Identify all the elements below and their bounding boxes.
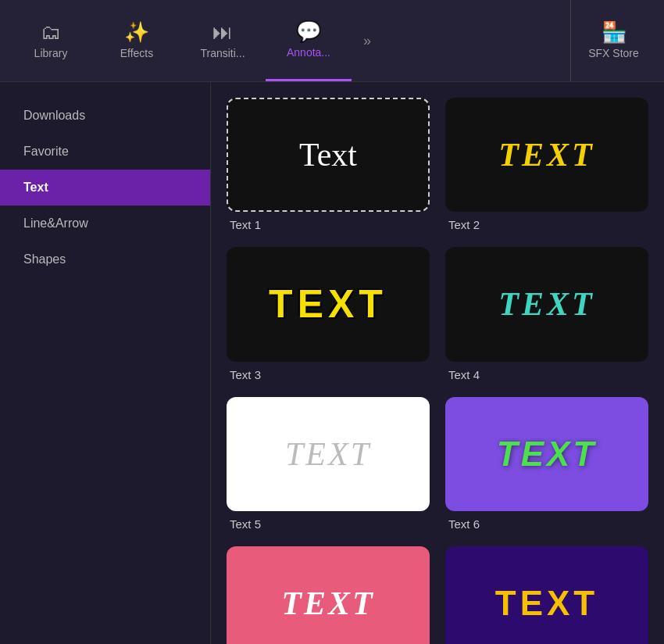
content-area[interactable]: Text Text 1 TEXT Text 2 TEXT Text 3 xyxy=(211,82,664,644)
text-5-preview: TEXT xyxy=(285,435,371,473)
sfx-store-icon: 🏪 xyxy=(602,22,627,42)
sidebar-item-downloads[interactable]: Downloads xyxy=(0,98,210,134)
text-styles-grid: Text Text 1 TEXT Text 2 TEXT Text 3 xyxy=(227,98,648,644)
text-3-label: Text 3 xyxy=(227,368,430,381)
text-style-card-8[interactable]: TEXT Text 8 xyxy=(445,546,648,644)
text-6-thumbnail: TEXT xyxy=(445,397,648,511)
sidebar-item-text[interactable]: Text xyxy=(0,170,210,206)
main-layout: Downloads Favorite Text Line&Arrow Shape… xyxy=(0,82,664,644)
annotations-icon: 💬 xyxy=(296,21,321,41)
text-6-preview: TEXT xyxy=(497,435,597,474)
nav-sfx-label: SFX Store xyxy=(588,47,639,59)
more-icon: » xyxy=(363,33,371,49)
text-5-thumbnail: TEXT xyxy=(227,397,430,511)
text-style-card-4[interactable]: TEXT Text 4 xyxy=(445,247,648,381)
text-2-thumbnail: TEXT xyxy=(445,98,648,212)
text-7-preview: TEXT xyxy=(281,585,374,622)
text-style-card-6[interactable]: TEXT Text 6 xyxy=(445,397,648,531)
transitions-icon: ⏭ xyxy=(212,22,233,42)
text-style-card-3[interactable]: TEXT Text 3 xyxy=(227,247,430,381)
sidebar: Downloads Favorite Text Line&Arrow Shape… xyxy=(0,82,211,644)
nav-effects-label: Effects xyxy=(120,47,154,59)
text-1-label: Text 1 xyxy=(227,218,430,231)
text-style-card-5[interactable]: TEXT Text 5 xyxy=(227,397,430,531)
nav-transitions-label: Transiti... xyxy=(200,47,245,59)
effects-icon: ✨ xyxy=(124,22,149,42)
text-8-thumbnail: TEXT xyxy=(445,546,648,644)
nav-annotations-label: Annota... xyxy=(287,46,330,59)
text-8-preview: TEXT xyxy=(495,584,598,623)
text-3-preview: TEXT xyxy=(269,281,387,327)
top-navigation: 🗂 Library ✨ Effects ⏭ Transiti... 💬 Anno… xyxy=(0,0,664,82)
text-5-label: Text 5 xyxy=(227,517,430,531)
nav-effects[interactable]: ✨ Effects xyxy=(94,0,180,81)
nav-sfx-store[interactable]: 🏪 SFX Store xyxy=(570,0,656,81)
text-6-label: Text 6 xyxy=(445,517,648,531)
text-style-card-7[interactable]: TEXT Text 7 xyxy=(227,546,430,644)
text-4-preview: TEXT xyxy=(498,285,594,323)
text-2-preview: TEXT xyxy=(498,136,594,174)
nav-annotations[interactable]: 💬 Annota... xyxy=(266,0,352,81)
text-style-card-1[interactable]: Text Text 1 xyxy=(227,98,430,231)
sidebar-item-line-arrow[interactable]: Line&Arrow xyxy=(0,206,210,242)
text-4-label: Text 4 xyxy=(445,368,648,381)
text-1-preview: Text xyxy=(299,136,357,174)
nav-more[interactable]: » xyxy=(352,33,383,49)
sidebar-item-favorite[interactable]: Favorite xyxy=(0,134,210,170)
text-1-thumbnail: Text xyxy=(227,98,430,212)
library-icon: 🗂 xyxy=(41,22,61,42)
sidebar-item-shapes[interactable]: Shapes xyxy=(0,242,210,277)
text-3-thumbnail: TEXT xyxy=(227,247,430,361)
nav-library-label: Library xyxy=(34,47,68,59)
text-4-thumbnail: TEXT xyxy=(445,247,648,361)
text-2-label: Text 2 xyxy=(445,218,648,231)
nav-transitions[interactable]: ⏭ Transiti... xyxy=(180,0,266,81)
text-7-thumbnail: TEXT xyxy=(227,546,430,644)
nav-library[interactable]: 🗂 Library xyxy=(8,0,94,81)
text-style-card-2[interactable]: TEXT Text 2 xyxy=(445,98,648,231)
